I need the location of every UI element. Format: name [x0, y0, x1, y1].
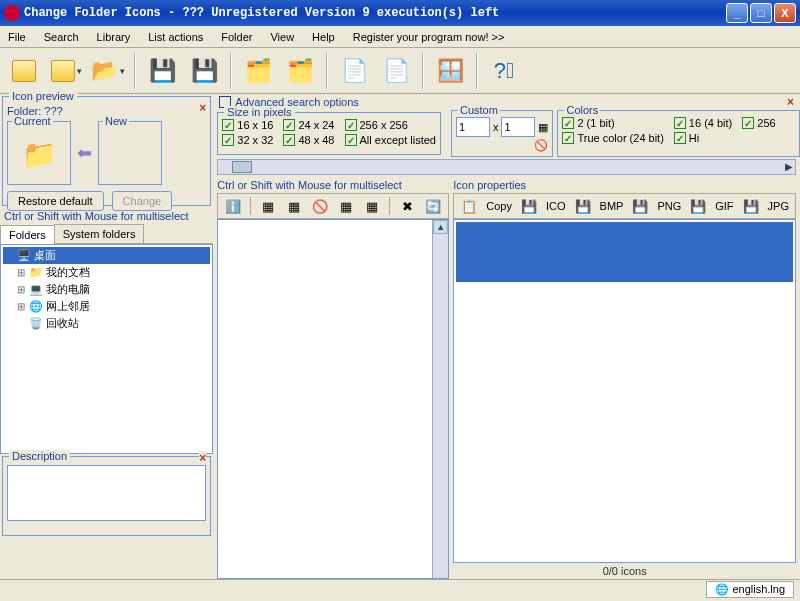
statusbar: 🌐 english.lng — [0, 579, 800, 599]
save-ico-icon[interactable]: 💾 — [520, 197, 538, 215]
icon-preview-label: Icon preview — [9, 90, 77, 102]
arrow-icon: ⬅ — [77, 142, 92, 164]
tree-my-documents[interactable]: ⊞📁我的文档 — [3, 264, 210, 281]
save-jpg-icon[interactable]: 💾 — [742, 197, 760, 215]
tool-help[interactable]: ?⃝ — [486, 53, 522, 89]
minimize-button[interactable]: _ — [726, 3, 748, 23]
properties-list[interactable] — [453, 219, 796, 563]
tree-my-computer[interactable]: ⊞💻我的电脑 — [3, 281, 210, 298]
size-label: Size in pixels — [224, 106, 294, 118]
grid-up-icon[interactable]: ▦ — [363, 197, 381, 215]
menu-folder[interactable]: Folder — [221, 31, 252, 43]
tool-icon-1[interactable] — [6, 53, 42, 89]
chk-24[interactable]: ✓24 x 24 — [283, 119, 334, 131]
tool-folder-open[interactable]: 📂 — [90, 53, 126, 89]
grid-icon-2[interactable]: ▦ — [285, 197, 303, 215]
description-label: Description — [9, 450, 70, 462]
tab-system-folders[interactable]: System folders — [54, 224, 145, 243]
tool-save-1[interactable]: 💾 — [144, 53, 180, 89]
save-bmp-icon[interactable]: 💾 — [574, 197, 592, 215]
titlebar: Change Folder Icons - ??? Unregistered V… — [0, 0, 800, 26]
tool-icon-2[interactable] — [48, 53, 84, 89]
chk-32[interactable]: ✓32 x 32 — [222, 134, 273, 146]
menubar: File Search Library List actions Folder … — [0, 26, 800, 48]
tree-recycle[interactable]: 🗑️回收站 — [3, 315, 210, 332]
close-button[interactable]: X — [774, 3, 796, 23]
chk-256[interactable]: ✓256 x 256 — [345, 119, 436, 131]
tab-folders[interactable]: Folders — [0, 225, 55, 244]
copy-icon[interactable]: 📋 — [460, 197, 478, 215]
app-icon — [4, 5, 20, 21]
chk-16[interactable]: ✓16 x 16 — [222, 119, 273, 131]
custom-size-group: Custom 1 x 1 ▦ 🚫 — [451, 110, 554, 157]
chk-48[interactable]: ✓48 x 48 — [283, 134, 334, 146]
grid-del-icon[interactable]: ✖ — [398, 197, 416, 215]
colors-group: Colors ✓2 (1 bit) ✓True color (24 bit) ✓… — [557, 110, 800, 157]
refresh-icon[interactable]: 🔄 — [424, 197, 442, 215]
chk-256color[interactable]: ✓256 — [742, 117, 775, 129]
tree-network[interactable]: ⊞🌐网上邻居 — [3, 298, 210, 315]
multiselect-hint-mid: Ctrl or Shift with Mouse for multiselect — [217, 177, 449, 193]
properties-selection — [456, 222, 793, 282]
results-toolbar: ℹ️ ▦ ▦ 🚫 ▦ ▦ ✖ 🔄 — [217, 193, 449, 219]
tool-doc-2[interactable]: 📄 — [378, 53, 414, 89]
folder-tabs: Folders System folders — [0, 224, 213, 244]
size-group: Size in pixels ✓16 x 16 ✓32 x 32 ✓24 x 2… — [217, 112, 441, 155]
results-list[interactable]: ▲ — [217, 219, 449, 579]
icon-preview-group: Icon preview Folder: ??? Current📁 ⬅ New … — [2, 96, 211, 206]
preview-close-icon[interactable]: × — [199, 101, 206, 115]
search-close-icon[interactable]: × — [787, 95, 794, 109]
grid-icon-3[interactable]: ▦ — [337, 197, 355, 215]
tool-window[interactable]: 🪟 — [432, 53, 468, 89]
description-close-icon[interactable]: × — [199, 451, 206, 465]
menu-file[interactable]: File — [8, 31, 26, 43]
custom-forbid-icon[interactable]: 🚫 — [534, 139, 548, 151]
chk-16color[interactable]: ✓16 (4 bit) — [674, 117, 732, 129]
new-preview: New — [98, 121, 162, 185]
export-toolbar: 📋Copy 💾ICO 💾BMP 💾PNG 💾GIF 💾JPG — [453, 193, 796, 219]
toolbar: 📂 💾 💾 🗂️ 🗂️ 📄 📄 🪟 ?⃝ — [0, 48, 800, 94]
tool-doc-1[interactable]: 📄 — [336, 53, 372, 89]
menu-list-actions[interactable]: List actions — [148, 31, 203, 43]
tree-desktop[interactable]: 🖥️桌面 — [3, 247, 210, 264]
change-button[interactable]: Change — [112, 191, 173, 211]
window-title: Change Folder Icons - ??? Unregistered V… — [24, 6, 726, 20]
save-gif-icon[interactable]: 💾 — [689, 197, 707, 215]
custom-grid-icon[interactable]: ▦ — [538, 121, 548, 134]
icon-count: 0/0 icons — [453, 563, 796, 579]
current-preview: Current📁 — [7, 121, 71, 185]
folder-tree[interactable]: 🖥️桌面 ⊞📁我的文档 ⊞💻我的电脑 ⊞🌐网上邻居 🗑️回收站 — [0, 244, 213, 454]
chk-all[interactable]: ✓All except listed — [345, 134, 436, 146]
tool-save-2[interactable]: 💾 — [186, 53, 222, 89]
chk-truecolor[interactable]: ✓True color (24 bit) — [562, 132, 663, 144]
options-hscroll[interactable]: ▶ — [217, 159, 796, 175]
info-icon[interactable]: ℹ️ — [224, 197, 242, 215]
results-vscroll[interactable]: ▲ — [432, 220, 448, 578]
menu-register[interactable]: Register your program now! >> — [353, 31, 505, 43]
description-body — [7, 465, 206, 521]
maximize-button[interactable]: □ — [750, 3, 772, 23]
custom-width[interactable]: 1 — [456, 117, 490, 137]
description-group: Description × — [2, 456, 211, 536]
restore-default-button[interactable]: Restore default — [7, 191, 104, 211]
menu-view[interactable]: View — [270, 31, 294, 43]
icon-properties-label: Icon properties — [453, 177, 796, 193]
language-indicator[interactable]: 🌐 english.lng — [706, 581, 794, 598]
chk-hicolor[interactable]: ✓Hi — [674, 132, 732, 144]
grid-icon-1[interactable]: ▦ — [259, 197, 277, 215]
menu-search[interactable]: Search — [44, 31, 79, 43]
chk-2color[interactable]: ✓2 (1 bit) — [562, 117, 663, 129]
menu-help[interactable]: Help — [312, 31, 335, 43]
tool-icl-1[interactable]: 🗂️ — [240, 53, 276, 89]
save-png-icon[interactable]: 💾 — [631, 197, 649, 215]
custom-height[interactable]: 1 — [501, 117, 535, 137]
menu-library[interactable]: Library — [97, 31, 131, 43]
tool-icl-2[interactable]: 🗂️ — [282, 53, 318, 89]
grid-block-icon[interactable]: 🚫 — [311, 197, 329, 215]
